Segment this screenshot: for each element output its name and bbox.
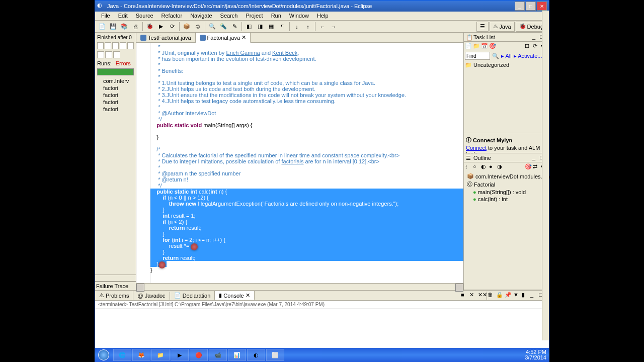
save-all-button[interactable]: 📚 <box>119 22 129 32</box>
method-item[interactable]: ●main(String[]) : void <box>465 189 548 196</box>
minimize-view-icon[interactable]: _ <box>532 34 539 41</box>
synchronize-icon[interactable]: ⟳ <box>533 43 540 50</box>
maximize-button[interactable]: □ <box>526 2 536 11</box>
vertical-scrollbar[interactable] <box>542 11 549 340</box>
taskbar-app-icon[interactable]: 🔴 <box>190 349 208 361</box>
back-button[interactable]: ← <box>317 22 328 32</box>
prev-annotation-button[interactable]: ↑ <box>303 22 313 32</box>
prev-failure-icon[interactable] <box>105 42 111 49</box>
sort-icon[interactable]: ↕ <box>465 163 472 170</box>
taskbar-app-icon[interactable]: ⬜ <box>266 349 284 361</box>
connect-link[interactable]: Connect <box>466 145 487 151</box>
close-button[interactable]: ✕ <box>537 2 547 11</box>
forward-button[interactable]: → <box>329 22 339 32</box>
menu-project[interactable]: Project <box>242 12 267 20</box>
open-perspective-button[interactable]: ☰ <box>476 22 489 32</box>
lock-scroll-icon[interactable] <box>97 51 104 58</box>
taskbar-explorer-icon[interactable]: 📁 <box>151 349 170 361</box>
test-item[interactable]: factori <box>97 84 134 92</box>
block-selection-button[interactable]: ▦ <box>266 22 276 32</box>
menu-help[interactable]: Help <box>313 12 333 20</box>
new-task-icon[interactable]: 📄 <box>465 43 472 50</box>
menu-run[interactable]: Run <box>267 12 285 20</box>
menu-file[interactable]: File <box>97 12 114 20</box>
activate-link[interactable]: ▸ Activate... <box>514 53 542 59</box>
toggle-breadcrumb-button[interactable]: ◧ <box>244 22 254 32</box>
stop-junit-icon[interactable] <box>127 42 134 49</box>
editor-tab-testfactorial[interactable]: TestFactorial.java <box>136 33 196 42</box>
taskbar-eclipse-icon[interactable]: ◐ <box>247 349 265 361</box>
test-suite-item[interactable]: com.Interv <box>97 77 134 84</box>
clear-console-icon[interactable]: 🗑 <box>488 292 496 300</box>
class-item[interactable]: ⒸFactorial <box>465 180 548 189</box>
code-editor[interactable]: * * JUnit, originally written by Erich G… <box>136 43 463 283</box>
collapse-icon[interactable]: ⊟ <box>525 43 532 50</box>
junit-test-tree[interactable]: com.Interv factori factori factori facto… <box>96 76 135 114</box>
debug-button[interactable]: 🐞 <box>145 22 155 32</box>
remove-launch-icon[interactable]: ✕ <box>469 292 477 300</box>
taskbar-ie-icon[interactable]: 🌐 <box>113 349 131 361</box>
search-icon[interactable]: 🔍 <box>492 53 499 59</box>
focus-outline-icon[interactable]: 🎯 <box>525 163 532 170</box>
editor-gutter[interactable] <box>136 43 150 283</box>
menu-edit[interactable]: Edit <box>114 12 132 20</box>
search-button[interactable]: 🔦 <box>218 22 228 32</box>
horizontal-scrollbar[interactable] <box>136 283 463 290</box>
outline-tree[interactable]: 📦com.InterviewDot.modules.junit ⒸFactori… <box>464 171 549 204</box>
link-editor-icon[interactable]: ⇄ <box>533 163 540 170</box>
next-annotation-button[interactable]: ↓ <box>292 22 302 32</box>
test-item[interactable]: factori <box>97 106 134 113</box>
pin-console-icon[interactable]: 📌 <box>505 292 513 300</box>
categorize-icon[interactable]: 📁 <box>473 43 480 50</box>
menu-navigate[interactable]: Navigate <box>186 12 216 20</box>
rerun-failed-icon[interactable] <box>120 42 126 49</box>
scroll-lock-icon[interactable]: 🔒 <box>496 292 504 300</box>
start-button[interactable] <box>95 348 113 362</box>
hide-nonpublic-icon[interactable]: ● <box>489 163 496 170</box>
run-button[interactable]: ▶ <box>156 22 166 32</box>
new-class-button[interactable]: © <box>193 22 203 32</box>
junit-scrollbar[interactable] <box>95 275 136 282</box>
terminate-icon[interactable]: ■ <box>461 292 469 300</box>
console-tab[interactable]: ▮Console ✕ <box>215 291 254 300</box>
menu-window[interactable]: Window <box>285 12 313 20</box>
new-button[interactable]: 📄 <box>97 22 107 32</box>
minimize-button[interactable]: _ <box>515 2 525 11</box>
history-icon[interactable] <box>105 51 112 58</box>
taskbar-powerpoint-icon[interactable]: 📊 <box>228 349 246 361</box>
menu-refactor[interactable]: Refactor <box>157 12 187 20</box>
close-tab-icon[interactable]: ✕ <box>242 34 246 41</box>
taskbar-media-icon[interactable]: ▶ <box>171 349 189 361</box>
all-link[interactable]: ▸ All <box>501 53 512 59</box>
layout-icon[interactable] <box>113 51 120 58</box>
open-type-button[interactable]: 🔍 <box>207 22 217 32</box>
rerun-test-icon[interactable] <box>112 42 119 49</box>
taskbar-firefox-icon[interactable]: 🦊 <box>132 349 150 361</box>
save-button[interactable]: 💾 <box>108 22 118 32</box>
editor-tab-factorial[interactable]: Factorial.java ✕ <box>196 33 251 43</box>
focus-icon[interactable]: 🎯 <box>489 43 496 50</box>
hide-static-icon[interactable]: ◐ <box>481 163 488 170</box>
method-item[interactable]: ●calc(int) : int <box>465 196 548 203</box>
next-failure-icon[interactable] <box>97 42 104 49</box>
mark-occurrences-button[interactable]: ◨ <box>255 22 265 32</box>
hide-local-icon[interactable]: ◑ <box>497 163 504 170</box>
test-item[interactable]: factori <box>97 92 134 99</box>
menu-source[interactable]: Source <box>132 12 157 20</box>
schedule-icon[interactable]: 📅 <box>481 43 488 50</box>
console-output[interactable] <box>95 309 549 350</box>
remove-all-icon[interactable]: ✕✕ <box>478 292 486 300</box>
package-item[interactable]: 📦com.InterviewDot.modules.junit <box>465 172 548 180</box>
uncategorized-item[interactable]: 📁 Uncategorized <box>465 62 548 68</box>
close-tab-icon[interactable]: ✕ <box>246 292 250 299</box>
minimize-view-icon[interactable]: _ <box>532 154 539 161</box>
javadoc-tab[interactable]: @Javadoc <box>133 292 170 300</box>
title-bar[interactable]: ◐ Java - CoreJavaInterview-InterviewDot/… <box>95 1 549 12</box>
task-find-input[interactable] <box>465 52 490 60</box>
run-last-button[interactable]: ⟳ <box>167 22 177 32</box>
java-perspective[interactable]: ♨ Java <box>490 22 514 32</box>
system-tray[interactable]: 4:52 PM 3/7/2014 <box>522 349 549 360</box>
annotate-button[interactable]: ✎ <box>229 22 239 32</box>
hide-fields-icon[interactable]: ○ <box>473 163 480 170</box>
print-button[interactable]: 🖨 <box>130 22 140 32</box>
